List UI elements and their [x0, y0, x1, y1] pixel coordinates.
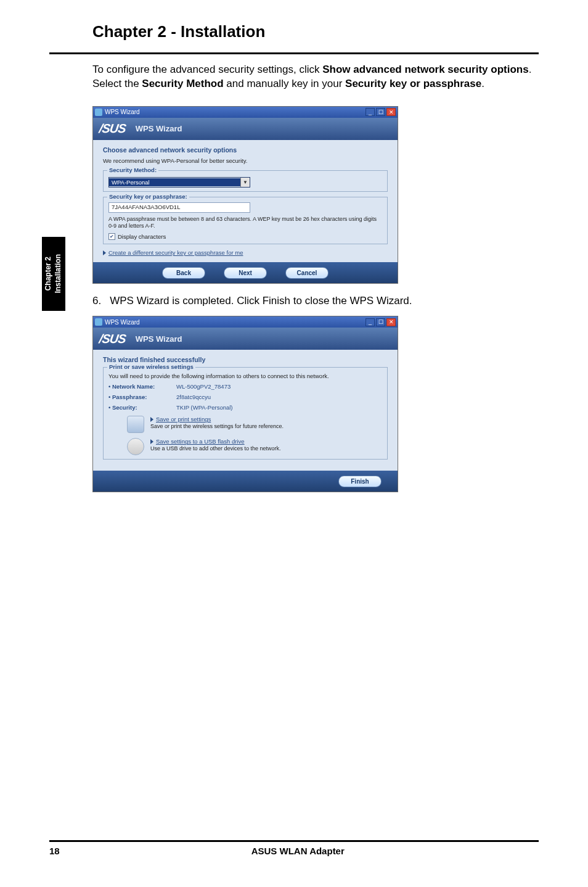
brand-logo: /SUS [98, 122, 126, 136]
step-6: 6. WPS Wizard is completed. Click Finish… [0, 289, 588, 313]
security-key: • Security: [108, 404, 176, 411]
maximize-button[interactable]: ☐ [376, 108, 385, 116]
passphrase-value: 2f8atc9qccyu [176, 394, 382, 400]
print-save-legend: Print or save wireless settings [107, 363, 195, 370]
security-method-dropdown[interactable]: WPA-Personal ▼ [108, 177, 250, 188]
save-print-link[interactable]: Save or print settings [150, 416, 284, 423]
brand-banner: /SUS WPS Wizard [93, 118, 398, 140]
screenshot-wizard-finished: WPS Wizard _ ☐ ✕ /SUS WPS Wizard This wi… [92, 316, 398, 492]
banner-subtitle: WPS Wizard [136, 334, 182, 344]
security-method-legend: Security Method: [107, 167, 158, 173]
intro-end: . [481, 78, 484, 89]
save-print-sub: Save or print the wireless settings for … [150, 423, 284, 429]
finish-button[interactable]: Finish [338, 476, 382, 487]
triangle-right-icon [103, 250, 106, 255]
intro-pre: To configure the advanced security setti… [92, 64, 322, 75]
display-characters-checkbox[interactable]: ✔ [108, 233, 115, 240]
window-title: WPS Wizard [105, 319, 140, 326]
step-6-pre: WPS Wizard is completed. Click [110, 295, 263, 307]
network-name-key: • Network Name: [108, 383, 176, 390]
page-number: 18 [49, 846, 60, 856]
passphrase-legend: Security key or passphrase: [107, 193, 189, 200]
banner-subtitle: WPS Wizard [136, 124, 182, 133]
print-save-fieldset: Print or save wireless settings You will… [103, 367, 388, 460]
window-titlebar[interactable]: WPS Wizard _ ☐ ✕ [93, 316, 398, 328]
close-button[interactable]: ✕ [386, 108, 396, 116]
chapter-side-tab: Chapter 2 Installation [42, 237, 65, 311]
minimize-button[interactable]: _ [365, 318, 375, 326]
chapter-side-tab-text: Chapter 2 Installation [44, 254, 63, 293]
app-icon [95, 318, 102, 326]
save-usb-link[interactable]: Save settings to a USB flash drive [150, 438, 281, 445]
wizard-note: We recommend using WPA-Personal for bett… [103, 157, 388, 164]
close-button[interactable]: ✕ [386, 318, 396, 326]
security-value: TKIP (WPA-Personal) [176, 404, 382, 411]
display-characters-label: Display characters [118, 233, 166, 240]
intro-paragraph: To configure the advanced security setti… [0, 58, 588, 104]
screenshot-security-options: WPS Wizard _ ☐ ✕ /SUS WPS Wizard Choose … [92, 106, 398, 284]
passphrase-hint: A WPA passphrase must be between 8 and 6… [108, 216, 382, 230]
step-6-number: 6. [92, 295, 101, 307]
page-footer: 18 ASUS WLAN Adapter . [49, 840, 539, 856]
passphrase-input[interactable]: 7JA44AFANA3A3O6VD1L [108, 202, 250, 213]
intro-bold-2: Security Method [142, 78, 223, 89]
usb-icon [127, 438, 144, 455]
save-usb-sub: Use a USB drive to add other devices to … [150, 445, 281, 452]
next-button[interactable]: Next [224, 267, 267, 279]
passphrase-key: • Passphrase: [108, 394, 176, 400]
save-print-link-text: Save or print settings [156, 416, 211, 423]
security-method-fieldset: Security Method: WPA-Personal ▼ [103, 170, 388, 192]
save-usb-link-text: Save settings to a USB flash drive [156, 438, 245, 445]
step-6-bold: Finish [263, 295, 290, 307]
intro-bold-3: Security key or passphrase [345, 78, 481, 89]
wizard-heading: This wizard finished successfully [103, 356, 388, 363]
security-method-value: WPA-Personal [109, 178, 240, 186]
cancel-button[interactable]: Cancel [285, 267, 329, 279]
back-button[interactable]: Back [162, 267, 205, 279]
intro-bold-1: Show advanced network security options [322, 64, 528, 75]
triangle-right-icon [150, 439, 153, 444]
product-name: ASUS WLAN Adapter [251, 846, 345, 856]
window-title: WPS Wizard [105, 109, 140, 115]
minimize-button[interactable]: _ [365, 108, 375, 116]
print-save-note: You will need to provide the following i… [108, 373, 382, 379]
intro-mid2: and manually key in your [224, 78, 346, 89]
app-icon [95, 109, 102, 116]
wizard-heading: Choose advanced network security options [103, 146, 388, 154]
triangle-right-icon [150, 417, 153, 422]
network-name-value: WL-500gPV2_78473 [176, 383, 382, 390]
printer-icon [127, 416, 144, 433]
chevron-down-icon[interactable]: ▼ [240, 178, 250, 187]
brand-banner: /SUS WPS Wizard [93, 328, 398, 350]
generate-key-link[interactable]: Create a different security key or passp… [103, 249, 388, 256]
chapter-title: Chapter 2 - Installation [0, 0, 588, 49]
window-titlebar[interactable]: WPS Wizard _ ☐ ✕ [93, 107, 398, 118]
passphrase-fieldset: Security key or passphrase: 7JA44AFANA3A… [103, 197, 388, 245]
rule-top [49, 52, 539, 54]
brand-logo: /SUS [98, 332, 126, 346]
maximize-button[interactable]: ☐ [376, 318, 385, 326]
generate-key-link-text: Create a different security key or passp… [108, 249, 243, 256]
step-6-post: to close the WPS Wizard. [290, 295, 412, 307]
